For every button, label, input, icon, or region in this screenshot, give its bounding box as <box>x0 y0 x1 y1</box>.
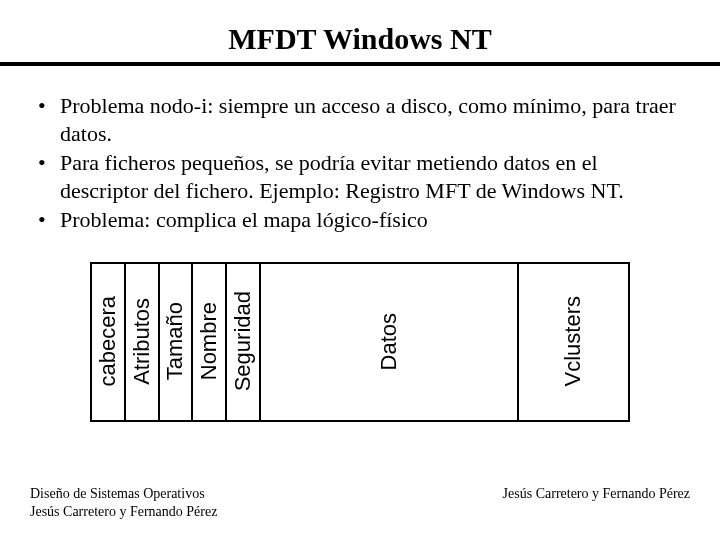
field-tamano: Tamaño <box>160 264 194 420</box>
field-cabecera: cabecera <box>92 264 126 420</box>
field-label: Nombre <box>196 302 222 380</box>
field-nombre: Nombre <box>193 264 227 420</box>
bullet-item: Problema: complica el mapa lógico-físico <box>38 206 690 234</box>
footer-right: Jesús Carretero y Fernando Pérez <box>503 485 690 520</box>
field-atributos: Atributos <box>126 264 160 420</box>
field-seguridad: Seguridad <box>227 264 261 420</box>
footer-left: Diseño de Sistemas Operativos Jesús Carr… <box>30 485 217 520</box>
field-datos: Datos <box>261 264 519 420</box>
bullet-item: Para ficheros pequeños, se podría evitar… <box>38 149 690 204</box>
field-label: cabecera <box>95 296 121 387</box>
field-label: Seguridad <box>230 291 256 391</box>
title-rule <box>0 62 720 66</box>
footer-left-line2: Jesús Carretero y Fernando Pérez <box>30 503 217 521</box>
field-vclusters: Vclusters <box>519 264 628 420</box>
field-label: Vclusters <box>560 296 586 386</box>
field-label: Datos <box>376 313 402 370</box>
field-label: Atributos <box>129 298 155 385</box>
bullet-list: Problema nodo-i: siempre un acceso a dis… <box>30 92 690 234</box>
slide: MFDT Windows NT Problema nodo-i: siempre… <box>0 0 720 540</box>
page-title: MFDT Windows NT <box>30 22 690 56</box>
footer-left-line1: Diseño de Sistemas Operativos <box>30 485 217 503</box>
bullet-item: Problema nodo-i: siempre un acceso a dis… <box>38 92 690 147</box>
field-label: Tamaño <box>162 302 188 380</box>
mft-record-diagram: cabecera Atributos Tamaño Nombre Segurid… <box>90 262 630 422</box>
footer: Diseño de Sistemas Operativos Jesús Carr… <box>30 485 690 520</box>
